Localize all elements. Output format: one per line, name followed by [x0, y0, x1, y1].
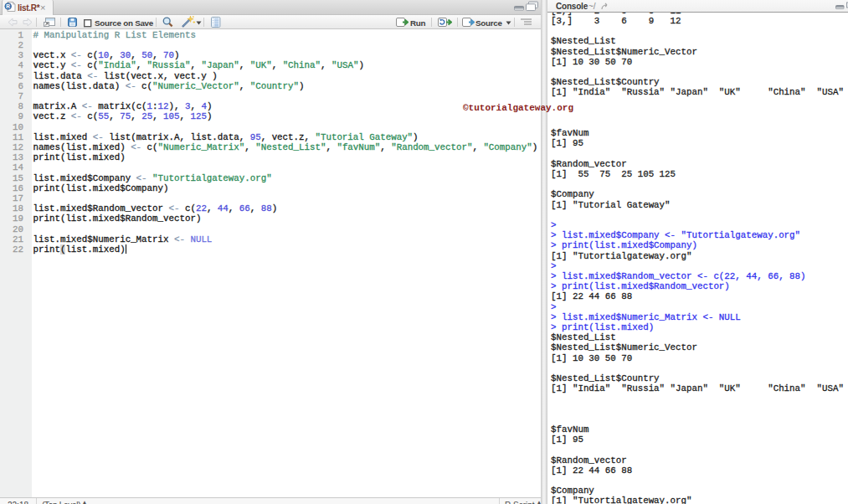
svg-text:R: R: [6, 3, 10, 9]
